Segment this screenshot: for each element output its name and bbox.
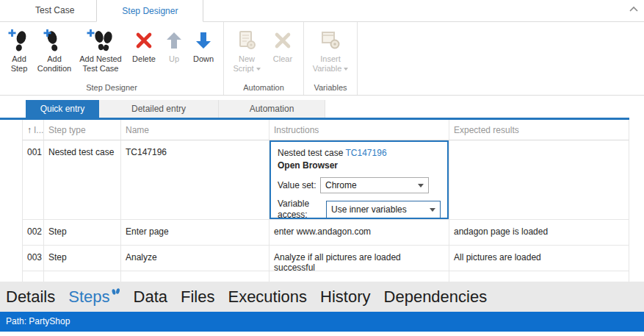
- cell-row2-step-type[interactable]: Step: [44, 220, 121, 246]
- add-nested-test-case-button[interactable]: Add Nested Test Case: [74, 24, 127, 82]
- insert-variable-button[interactable]: Insert Variable: [308, 24, 353, 82]
- clear-button[interactable]: Clear: [266, 24, 300, 82]
- delete-button[interactable]: Delete: [127, 24, 161, 82]
- variable-access-label: Variable access:: [278, 199, 326, 219]
- arrow-down-icon: [195, 26, 212, 54]
- column-header-expected-results[interactable]: Expected results: [449, 120, 629, 140]
- nav-item-details[interactable]: Details: [6, 287, 55, 307]
- ribbon-group-automation: New Script Clear Automation: [224, 22, 304, 95]
- cell-row4-step-type[interactable]: [44, 271, 121, 282]
- dropdown-caret-icon: [344, 68, 348, 71]
- cell-row2-id[interactable]: 002: [22, 220, 44, 246]
- cell-row4-name[interactable]: [121, 271, 269, 282]
- cell-row3-expected-results[interactable]: All pictures are loaded: [449, 246, 629, 271]
- clear-x-icon: [273, 26, 292, 54]
- value-set-combobox[interactable]: Chrome: [320, 177, 429, 193]
- bottom-nav: Details Steps Data Files Executions Hist…: [0, 282, 644, 312]
- cell-row3-instructions[interactable]: Analyze if all pictures are loaded succe…: [269, 246, 449, 271]
- cell-row3-name[interactable]: Analyze: [121, 246, 269, 271]
- group-label-automation: Automation: [228, 82, 300, 95]
- cell-row1-expected-results[interactable]: [449, 140, 629, 220]
- variable-access-row: Variable access: Use inner variables: [278, 199, 441, 219]
- chevron-up-icon: [628, 5, 640, 14]
- cell-row4-id[interactable]: [22, 271, 44, 282]
- value-set-row: Value set: Chrome: [278, 177, 441, 193]
- add-condition-label: Add Condition: [36, 54, 73, 74]
- red-x-icon: [134, 26, 153, 54]
- column-header-id[interactable]: ↑ I...: [22, 120, 44, 140]
- ribbon-tab-step-designer[interactable]: Step Designer: [96, 0, 203, 22]
- nested-test-case-link[interactable]: TC147196: [346, 148, 387, 158]
- combo-dropdown-icon: [418, 184, 424, 187]
- tab-detailed-entry[interactable]: Detailed entry: [99, 100, 219, 118]
- cell-row1-name[interactable]: TC147196: [121, 140, 269, 220]
- insert-variable-label: Insert Variable: [309, 54, 352, 74]
- nav-item-steps[interactable]: Steps: [68, 287, 120, 307]
- cell-row1-id[interactable]: 001: [22, 140, 44, 220]
- add-nested-test-case-label: Add Nested Test Case: [76, 54, 126, 74]
- cell-row1-step-type[interactable]: Nested test case: [44, 140, 121, 220]
- variable-gear-icon: [320, 26, 341, 54]
- add-step-label: Add Step: [5, 54, 33, 74]
- clear-label: Clear: [273, 54, 292, 64]
- nested-test-case-line: Nested test case TC147196: [278, 148, 441, 158]
- cell-row3-id[interactable]: 003: [22, 246, 44, 271]
- combo-dropdown-icon: [430, 208, 435, 212]
- delete-label: Delete: [132, 54, 156, 64]
- column-header-instructions[interactable]: Instructions: [269, 120, 449, 140]
- ribbon-group-variables: Insert Variable Variables: [304, 22, 358, 95]
- add-step-button[interactable]: Add Step: [4, 24, 35, 82]
- cell-row2-expected-results[interactable]: andagon page is loaded: [449, 220, 629, 246]
- sort-ascending-icon: ↑: [27, 125, 32, 135]
- move-down-label: Down: [193, 54, 214, 64]
- tab-quick-entry[interactable]: Quick entry: [26, 100, 99, 118]
- ribbon: Add Step Add Condition: [0, 22, 644, 96]
- arrow-up-icon: [165, 26, 183, 54]
- script-gear-icon: [236, 26, 257, 54]
- move-up-button[interactable]: Up: [161, 24, 187, 82]
- steps-footprint-icon: [111, 282, 120, 301]
- entry-tab-bar: Quick entry Detailed entry Automation: [26, 100, 325, 118]
- nav-item-history[interactable]: History: [320, 287, 370, 307]
- nav-item-executions[interactable]: Executions: [228, 287, 307, 307]
- cell-row1-instructions[interactable]: Nested test case TC147196 Open Browser V…: [269, 140, 449, 220]
- column-header-step-type[interactable]: Step type: [44, 120, 121, 140]
- nav-item-dependencies[interactable]: Dependencies: [384, 287, 488, 307]
- nested-test-case-label: Nested test case: [278, 148, 343, 158]
- new-script-button[interactable]: New Script: [228, 24, 266, 82]
- nav-item-data[interactable]: Data: [134, 287, 167, 307]
- variable-access-value: Use inner variables: [331, 204, 407, 215]
- move-down-button[interactable]: Down: [187, 24, 220, 82]
- move-up-label: Up: [169, 54, 179, 64]
- nav-item-files[interactable]: Files: [181, 287, 214, 307]
- group-label-step-designer: Step Designer: [4, 82, 220, 95]
- add-condition-button[interactable]: Add Condition: [35, 24, 74, 82]
- tab-automation[interactable]: Automation: [219, 100, 325, 118]
- footprint-plus-icon: [43, 26, 65, 54]
- steps-table: ↑ I... Step type Name Instructions Expec…: [22, 120, 629, 282]
- footprint-plus-icon: [8, 26, 30, 54]
- cell-row2-name[interactable]: Enter page: [121, 220, 269, 246]
- cell-row4-expected-results[interactable]: [449, 271, 629, 282]
- cell-row2-instructions[interactable]: enter www.andagon.com: [269, 220, 449, 246]
- value-set-label: Value set:: [278, 180, 320, 191]
- variable-access-combobox[interactable]: Use inner variables: [326, 201, 441, 219]
- new-script-label: New Script: [229, 54, 264, 74]
- cell-row4-instructions[interactable]: [269, 271, 449, 282]
- value-set-value: Chrome: [325, 180, 357, 190]
- step-designer-window: Test Case Step Designer: [0, 0, 644, 336]
- double-footprint-plus-icon: [87, 26, 115, 54]
- ribbon-group-step-designer: Add Step Add Condition: [0, 22, 224, 95]
- column-header-name[interactable]: Name: [121, 120, 269, 140]
- dropdown-caret-icon: [256, 68, 261, 71]
- path-bar: Path: PartyShop: [0, 312, 644, 332]
- group-label-variables: Variables: [308, 82, 353, 95]
- ribbon-tab-bar: Test Case Step Designer: [0, 0, 644, 22]
- nested-test-case-editor: Nested test case TC147196 Open Browser V…: [269, 140, 449, 219]
- step-title: Open Browser: [278, 160, 441, 171]
- ribbon-tab-test-case[interactable]: Test Case: [13, 0, 96, 21]
- collapse-ribbon-button[interactable]: [628, 4, 640, 12]
- cell-row3-step-type[interactable]: Step: [44, 246, 121, 271]
